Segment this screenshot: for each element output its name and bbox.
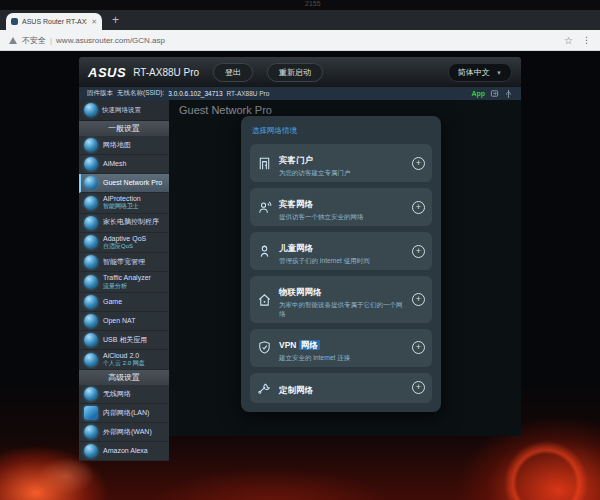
sidebar-item-network-map[interactable]: 网络地图 — [79, 136, 169, 155]
sidebar-item-sublabel: 智能网络卫士 — [103, 203, 141, 210]
infobar-model: RT-AX88U Pro — [227, 90, 270, 97]
scenario-card-guest-network[interactable]: 宾客网络 提供访客一个独立安全的网络 + — [250, 188, 432, 226]
scenario-card-kids-network[interactable]: 儿童网络 管理孩子们的 Internet 使用时间 + — [250, 232, 432, 270]
sidebar-item-guest-network-pro[interactable]: Guest Network Pro — [79, 174, 169, 193]
sidebar-item-wireless[interactable]: 无线网络 — [79, 385, 169, 404]
open-nat-icon — [84, 314, 98, 328]
sidebar-item-aimesh[interactable]: AiMesh — [79, 155, 169, 174]
sidebar-item-label: AiCloud 2.0 — [103, 352, 139, 359]
card-title: 定制网络 — [279, 385, 313, 395]
adaptive-qos-icon — [84, 235, 98, 249]
sidebar-item-aicloud[interactable]: AiCloud 2.0 个人云 2.0 网盘 — [79, 350, 169, 371]
tab-close-icon[interactable]: ✕ — [91, 18, 97, 26]
desktop-artifact: 2155 — [305, 0, 321, 7]
sidebar-item-wan[interactable]: 外部网络(WAN) — [79, 423, 169, 442]
sidebar-item-label: Open NAT — [103, 317, 136, 325]
vpn-shield-icon — [257, 340, 272, 355]
browser-menu-icon[interactable]: ⋮ — [582, 35, 591, 45]
add-network-button[interactable]: + — [412, 201, 425, 214]
sidebar-item-open-nat[interactable]: Open NAT — [79, 312, 169, 331]
aimesh-icon — [84, 157, 98, 171]
sidebar-item-label: AiProtection — [103, 195, 141, 202]
sidebar-item-bandwidth-monitor[interactable]: 智能带宽管理 — [79, 253, 169, 272]
sidebar-item-label: 无线网络 — [103, 390, 131, 398]
sidebar-item-aiprotection[interactable]: AiProtection 智能网络卫士 — [79, 193, 169, 214]
security-label[interactable]: 不安全 — [22, 35, 46, 46]
iot-home-icon — [257, 292, 272, 307]
gauge-icon — [84, 255, 98, 269]
tab-favicon — [11, 18, 18, 25]
traffic-analyzer-icon — [84, 275, 98, 289]
add-network-button[interactable]: + — [412, 381, 425, 394]
modal-title: 选择网络情境 — [252, 126, 432, 136]
scenario-card-customized-network[interactable]: 定制网络 + — [250, 373, 432, 403]
language-dropdown[interactable]: 简体中文 ▼ — [448, 63, 512, 82]
url-separator: | — [50, 36, 52, 45]
card-title: 宾客网络 — [279, 199, 313, 209]
status-info-bar: 固件版本 无线名称(SSID): 3.0.0.6.102_34713 RT-AX… — [79, 87, 521, 100]
guest-wifi-icon — [257, 200, 272, 215]
browser-tab[interactable]: ASUS Router RT-AX88U Pro ✕ — [6, 13, 102, 30]
firmware-version[interactable]: 3.0.0.6.102_34713 — [168, 90, 222, 97]
chevron-down-icon: ▼ — [496, 70, 502, 76]
bookmark-star-icon[interactable]: ☆ — [564, 35, 573, 46]
firmware-label: 固件版本 — [87, 89, 113, 98]
reboot-button[interactable]: 重新启动 — [267, 63, 323, 82]
sidebar-item-label: 内部网络(LAN) — [103, 409, 149, 417]
sidebar-item-parental-controls[interactable]: 家长电脑控制程序 — [79, 214, 169, 233]
usb-app-icon — [84, 333, 98, 347]
language-value: 简体中文 — [458, 68, 490, 77]
scenario-card-vpn-network[interactable]: VPN 网络 建立安全的 Internet 连接 + — [250, 329, 432, 367]
app-badge[interactable]: App — [471, 90, 485, 97]
card-title: VPN 网络 — [279, 340, 320, 350]
reboot-icon[interactable] — [490, 89, 499, 98]
ssid-label: 无线名称(SSID): — [117, 89, 164, 98]
sidebar-item-quick-setup[interactable]: 快速网络设置 — [79, 100, 169, 121]
sidebar-item-label: Adaptive QoS — [103, 235, 146, 242]
browser-toolbar: 不安全 | www.asusrouter.com/GCN.asp ☆ ⋮ — [0, 30, 600, 51]
wrench-icon — [257, 380, 272, 395]
sidebar-item-label: Amazon Alexa — [103, 447, 148, 455]
sidebar-item-sublabel: 流量分析 — [103, 283, 151, 290]
sidebar-item-sublabel: 个人云 2.0 网盘 — [103, 360, 145, 367]
sidebar-item-usb-application[interactable]: USB 相关应用 — [79, 331, 169, 350]
kids-icon — [257, 244, 272, 259]
lan-icon — [84, 406, 98, 420]
desktop-background-strip: 2155 — [0, 0, 600, 10]
sidebar-item-sublabel: 自适应QoS — [103, 243, 146, 250]
logout-button[interactable]: 登出 — [213, 63, 253, 82]
gamepad-icon — [84, 295, 98, 309]
add-network-button[interactable]: + — [412, 157, 425, 170]
card-title: 宾客门户 — [279, 155, 313, 165]
card-desc: 为您的访客建立专属门户 — [279, 169, 405, 177]
add-network-button[interactable]: + — [412, 341, 425, 354]
add-network-button[interactable]: + — [412, 293, 425, 306]
sidebar-item-lan[interactable]: 内部网络(LAN) — [79, 404, 169, 423]
cloud-icon — [84, 353, 98, 367]
security-warning-icon[interactable] — [9, 37, 17, 44]
sidebar-item-game[interactable]: Game — [79, 293, 169, 312]
scenario-card-iot-network[interactable]: 物联网网络 为家中的智能设备提供专属于它们的一个网络 + — [250, 276, 432, 322]
sidebar-item-label: 家长电脑控制程序 — [103, 218, 159, 226]
new-tab-button[interactable]: + — [112, 13, 119, 27]
app-body: 快速网络设置 一般设置 网络地图 AiMesh Guest Network Pr… — [79, 100, 521, 461]
sidebar-item-label: Game — [103, 298, 122, 306]
usb-icon[interactable] — [504, 89, 513, 98]
scenario-card-guest-portal[interactable]: 宾客门户 为您的访客建立专属门户 + — [250, 144, 432, 182]
sidebar-item-label: Traffic Analyzer — [103, 274, 151, 281]
address-bar[interactable]: www.asusrouter.com/GCN.asp — [56, 36, 165, 45]
sidebar-item-amazon-alexa[interactable]: Amazon Alexa — [79, 442, 169, 461]
app-header: ASUS RT-AX88U Pro 登出 重新启动 简体中文 ▼ — [79, 57, 521, 87]
quick-setup-label: 快速网络设置 — [102, 106, 141, 115]
asus-admin-app: ASUS RT-AX88U Pro 登出 重新启动 简体中文 ▼ 固件版本 无线… — [79, 57, 521, 461]
sidebar-item-adaptive-qos[interactable]: Adaptive QoS 自适应QoS — [79, 233, 169, 254]
add-network-button[interactable]: + — [412, 245, 425, 258]
sidebar-item-traffic-analyzer[interactable]: Traffic Analyzer 流量分析 — [79, 272, 169, 293]
sidebar-item-label: 智能带宽管理 — [103, 258, 145, 266]
wan-globe-icon — [84, 425, 98, 439]
card-desc: 提供访客一个独立安全的网络 — [279, 213, 405, 221]
network-map-icon — [84, 138, 98, 152]
browser-tab-strip: ASUS Router RT-AX88U Pro ✕ + — [0, 10, 600, 30]
parental-controls-icon — [84, 216, 98, 230]
shield-icon — [84, 196, 98, 210]
